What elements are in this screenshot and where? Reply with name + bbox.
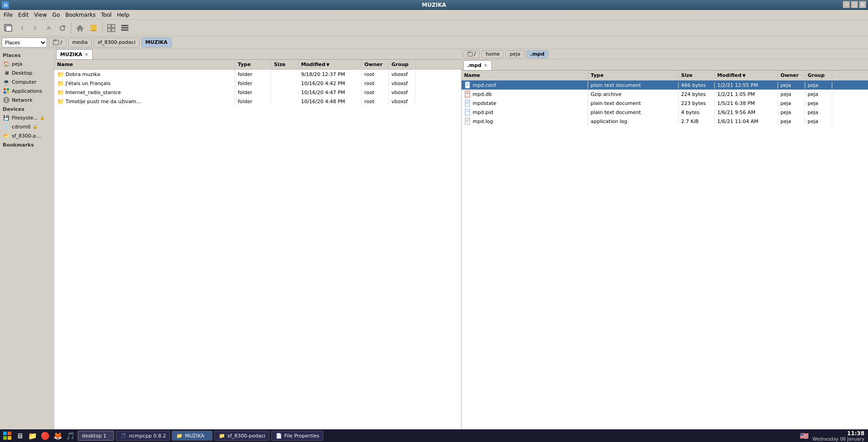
- window-controls[interactable]: – □ ✕: [843, 1, 866, 8]
- computer-icon: 💻: [3, 78, 10, 86]
- left-col-size[interactable]: Size: [271, 61, 298, 68]
- right-tab-close[interactable]: ✕: [483, 63, 488, 68]
- icon-view-button[interactable]: [105, 22, 118, 34]
- menu-help[interactable]: Help: [114, 11, 132, 19]
- menu-bar: File Edit View Go Bookmarks Tool Help: [0, 10, 868, 20]
- table-row[interactable]: mpd.log application log 2.7 KiB 1/6/21 1…: [462, 117, 868, 126]
- taskbar-flag-icon[interactable]: 🇺🇸: [800, 432, 809, 440]
- sidebar-item-cdrom[interactable]: 💿 cdrom0 🔒: [0, 122, 54, 131]
- right-col-group[interactable]: Group: [805, 71, 832, 79]
- right-breadcrumb-peja[interactable]: peja: [505, 50, 524, 58]
- svg-rect-46: [8, 432, 11, 435]
- right-file-list: mpd.conf plain text document 466 bytes 1…: [462, 81, 868, 431]
- up-button[interactable]: [42, 22, 55, 34]
- sidebar: Places 🏠 peja 🖥 Desktop 💻 Computer Appli…: [0, 49, 54, 431]
- table-row[interactable]: mpd.conf plain text document 466 bytes 1…: [462, 81, 868, 90]
- places-combo[interactable]: Places: [2, 38, 47, 48]
- svg-rect-19: [7, 88, 9, 90]
- menu-bookmarks[interactable]: Bookmarks: [62, 11, 98, 19]
- table-row[interactable]: mpd.pid plain text document 4 bytes 1/6/…: [462, 108, 868, 117]
- left-col-modified[interactable]: Modified ▼: [298, 61, 362, 68]
- right-col-size[interactable]: Size: [679, 71, 715, 79]
- forward-button[interactable]: [29, 22, 42, 34]
- left-col-group[interactable]: Group: [389, 61, 416, 68]
- right-breadcrumb-mpd[interactable]: .mpd: [526, 50, 548, 58]
- back-button[interactable]: [15, 22, 28, 34]
- sidebar-item-desktop[interactable]: 🖥 Desktop: [0, 68, 54, 77]
- taskbar-start-icon[interactable]: [2, 430, 13, 441]
- breadcrumb-muzika[interactable]: MUZIKA: [142, 38, 172, 48]
- file-log-icon: [464, 118, 472, 125]
- taskbar-app-fileprops[interactable]: 📄 File Properties: [271, 431, 324, 441]
- taskbar-red-icon[interactable]: 🔴: [40, 430, 51, 441]
- table-row[interactable]: 📁 Timotije pusti me da uživam... folder …: [54, 97, 461, 106]
- right-breadcrumb-root[interactable]: /: [463, 50, 480, 58]
- breadcrumb-sf8300[interactable]: sf_8300-podaci: [94, 38, 140, 48]
- table-row[interactable]: 📁 Internet_radio_stanice folder 10/16/20…: [54, 88, 461, 97]
- svg-rect-15: [121, 29, 128, 31]
- minimize-button[interactable]: –: [843, 1, 850, 8]
- sidebar-item-network[interactable]: Network: [0, 95, 54, 105]
- close-button[interactable]: ✕: [859, 1, 866, 8]
- sidebar-item-sf8300[interactable]: 📂 sf_8300-p...: [0, 131, 54, 140]
- toolbar-separator-2: [102, 23, 103, 33]
- right-col-modified[interactable]: Modified ▼: [715, 71, 778, 79]
- location-bar: Places / media sf_8300-podaci MUZIKA: [0, 36, 868, 49]
- sidebar-item-peja[interactable]: 🏠 peja: [0, 59, 54, 68]
- menu-go[interactable]: Go: [50, 11, 63, 19]
- sidebar-item-cdrom-label: cdrom0: [12, 124, 31, 130]
- reload-button[interactable]: [56, 22, 69, 34]
- right-col-name[interactable]: Name: [462, 71, 588, 79]
- table-row[interactable]: mpdstate plain text document 223 bytes 1…: [462, 99, 868, 108]
- taskbar-app-muzika[interactable]: 📁 MUZIKA: [172, 431, 212, 441]
- sidebar-item-computer[interactable]: 💻 Computer: [0, 77, 54, 86]
- right-col-type[interactable]: Type: [588, 71, 679, 79]
- right-col-owner[interactable]: Owner: [778, 71, 805, 79]
- taskbar-app-sf8300[interactable]: 📁 sf_8300-podaci: [214, 431, 269, 441]
- right-tab-mpd[interactable]: .mpd ✕: [463, 60, 492, 70]
- taskbar-desktop-label[interactable]: desktop 1: [78, 431, 114, 441]
- new-window-button[interactable]: [2, 22, 14, 34]
- maximize-button[interactable]: □: [851, 1, 858, 8]
- muzika-taskbar-icon: 📁: [176, 432, 183, 439]
- sidebar-item-filesystem[interactable]: 💾 Filesyste... 🔒: [0, 113, 54, 122]
- clock-time: 11:38: [812, 430, 864, 437]
- taskbar-files-icon[interactable]: 📁: [27, 430, 38, 441]
- left-tab-muzika[interactable]: MUZIKA ✕: [56, 49, 93, 59]
- taskbar-music-icon[interactable]: 🎵: [65, 430, 76, 441]
- svg-rect-9: [108, 24, 111, 28]
- home-button[interactable]: [74, 22, 86, 34]
- left-panel: MUZIKA ✕ Name Type Size Modified ▼ Owner…: [54, 49, 462, 431]
- taskbar-firefox-icon[interactable]: 🦊: [52, 430, 63, 441]
- sidebar-item-peja-label: peja: [12, 61, 23, 67]
- menu-file[interactable]: File: [1, 11, 15, 19]
- table-row[interactable]: 📁 J'étais un Français folder 10/16/20 4:…: [54, 79, 461, 88]
- left-col-type[interactable]: Type: [235, 61, 271, 68]
- bookmarks-button[interactable]: [87, 22, 100, 34]
- taskbar-clock-area: 11:38 Wednesday 06 January: [812, 430, 864, 442]
- table-row[interactable]: mpd.db Gzip archive 224 bytes 1/2/21 1:0…: [462, 90, 868, 99]
- taskbar-app-ncmpcpp[interactable]: 🎵 ncmpcpp 0.8.2: [116, 431, 170, 441]
- sidebar-item-applications[interactable]: Applications: [0, 86, 54, 95]
- lock-icon: 🔒: [40, 115, 45, 120]
- breadcrumb-root[interactable]: /: [49, 38, 66, 48]
- sidebar-item-computer-label: Computer: [12, 79, 37, 85]
- breadcrumb-media[interactable]: media: [68, 38, 92, 48]
- right-breadcrumb-home[interactable]: home: [481, 50, 504, 58]
- file-gz-icon: [464, 90, 472, 98]
- left-tab-close[interactable]: ✕: [84, 52, 89, 57]
- list-view-button[interactable]: [118, 22, 131, 34]
- menu-edit[interactable]: Edit: [15, 11, 31, 19]
- clock-date: Wednesday 06 January: [812, 437, 864, 442]
- table-row[interactable]: 📁 Dobra muzika folder 9/18/20 12:37 PM r…: [54, 70, 461, 79]
- left-col-name[interactable]: Name: [54, 61, 235, 68]
- share-icon: 📂: [3, 132, 10, 139]
- svg-rect-27: [465, 82, 470, 88]
- menu-tool[interactable]: Tool: [99, 11, 114, 19]
- menu-view[interactable]: View: [31, 11, 49, 19]
- muzika-label: MUZIKA: [185, 433, 204, 439]
- taskbar-monitor-icon[interactable]: 🖥: [14, 430, 25, 441]
- left-col-owner[interactable]: Owner: [362, 61, 389, 68]
- app-icon: 🗂: [2, 1, 9, 9]
- fileprops-label: File Properties: [284, 433, 320, 439]
